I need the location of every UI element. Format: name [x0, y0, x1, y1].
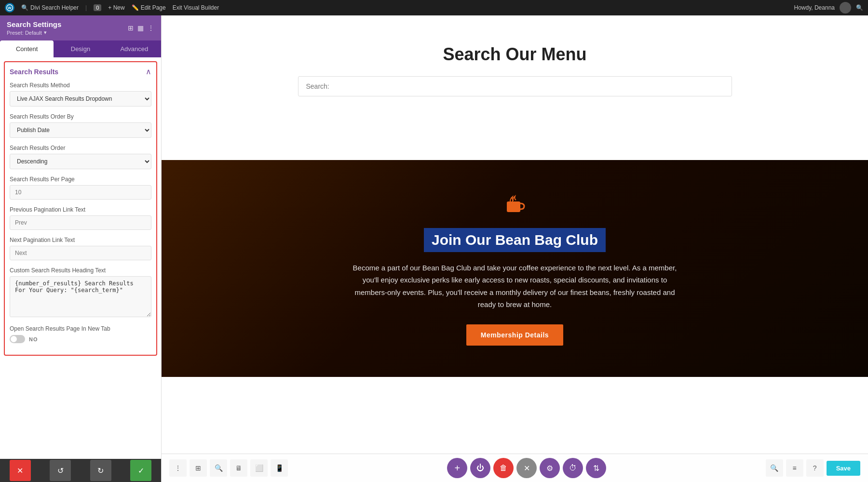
add-module-button[interactable]: + [447, 458, 467, 478]
sidebar-bottom: ✕ ↺ ↻ ✓ [0, 459, 161, 482]
search-results-section: Search Results ∧ Search Results Method L… [4, 61, 157, 356]
comment-link[interactable]: 0 [94, 4, 101, 11]
prev-link-label: Previous Pagination Link Text [10, 206, 151, 213]
next-link-field: Next Pagination Link Text [10, 237, 151, 260]
toolbar-grid-icon[interactable]: ⊞ [190, 459, 207, 477]
delete-button[interactable]: 🗑 [493, 458, 514, 478]
undo-button[interactable]: ↺ [50, 460, 71, 481]
heading-textarea[interactable]: {number_of_results} Search Results For Y… [10, 276, 151, 317]
admin-bar: W 🔍 Divi Search Helper | 0 + New ✏️ Edit… [0, 0, 868, 15]
layout-button[interactable]: ⇅ [586, 458, 606, 478]
admin-search-icon[interactable]: 🔍 [856, 4, 863, 11]
sidebar-header: Search Settings Preset: Default ▾ ⊞ ▦ ⋮ [0, 15, 161, 40]
tab-content[interactable]: Content [0, 40, 54, 57]
tab-design[interactable]: Design [54, 40, 107, 57]
toolbar-left: ⋮ ⊞ 🔍 🖥 ⬜ 📱 [169, 459, 288, 477]
cancel-button[interactable]: ✕ [10, 460, 31, 481]
new-link[interactable]: + New [108, 4, 124, 11]
toolbar-center: + ⏻ 🗑 ✕ ⚙ ⏱ ⇅ [447, 458, 606, 478]
prev-link-field: Previous Pagination Link Text [10, 206, 151, 230]
method-select[interactable]: Live AJAX Search Results Dropdown Standa… [10, 91, 151, 107]
search-box-container [298, 76, 732, 96]
toggle-label: NO [29, 336, 38, 342]
history-button[interactable]: ⏱ [563, 458, 583, 478]
order-by-select[interactable]: Publish Date Relevance Title Modified Da… [10, 122, 151, 138]
wp-logo: W [5, 3, 14, 13]
section-title: Search Results [10, 68, 58, 76]
toolbar-search-icon[interactable]: 🔍 [210, 459, 227, 477]
membership-button[interactable]: Membership Details [466, 324, 563, 346]
fullscreen-icon[interactable]: ⊞ [128, 24, 134, 32]
svg-rect-2 [507, 201, 520, 212]
section-header: Search Results ∧ [10, 67, 151, 76]
next-link-label: Next Pagination Link Text [10, 237, 151, 243]
power-button[interactable]: ⏻ [470, 458, 490, 478]
search-hero-section: Search Our Menu [162, 15, 868, 160]
collapse-icon[interactable]: ∧ [146, 67, 151, 76]
per-page-label: Search Results Per Page [10, 176, 151, 183]
redo-button[interactable]: ↻ [90, 460, 111, 481]
comment-count: 0 [94, 4, 101, 11]
per-page-input[interactable] [10, 185, 151, 200]
coffee-content: Join Our Bean Bag Club Become a part of … [346, 192, 684, 346]
toggle-row: NO [10, 335, 151, 343]
divi-search-helper-link[interactable]: 🔍 Divi Search Helper [21, 4, 79, 11]
edit-page-link[interactable]: ✏️ Edit Page [132, 4, 166, 11]
toolbar-desktop-icon[interactable]: 🖥 [230, 459, 247, 477]
sidebar-content: Search Results ∧ Search Results Method L… [0, 57, 161, 459]
search-right-icon[interactable]: 🔍 [766, 459, 783, 477]
dsh-icon: 🔍 [21, 4, 28, 11]
admin-bar-right: Howdy, Deanna 🔍 [794, 2, 864, 13]
per-page-field: Search Results Per Page [10, 176, 151, 200]
prev-link-input[interactable] [10, 215, 151, 230]
sidebar: Search Settings Preset: Default ▾ ⊞ ▦ ⋮ … [0, 15, 162, 482]
sidebar-tabs: Content Design Advanced [0, 40, 161, 57]
method-label: Search Results Method [10, 82, 151, 89]
order-label: Search Results Order [10, 145, 151, 151]
coffee-icon [346, 192, 684, 220]
user-greeting: Howdy, Deanna [794, 4, 835, 11]
main-content: Search Our Menu [162, 15, 868, 482]
order-field: Search Results Order Descending Ascendin… [10, 145, 151, 169]
layout-icon[interactable]: ▦ [137, 24, 144, 32]
heading-text-label: Custom Search Results Heading Text [10, 267, 151, 274]
order-select[interactable]: Descending Ascending [10, 154, 151, 169]
tab-advanced[interactable]: Advanced [108, 40, 161, 57]
heading-text-field: Custom Search Results Heading Text {numb… [10, 267, 151, 319]
toolbar-tablet-icon[interactable]: ⬜ [250, 459, 268, 477]
main-layout: Search Settings Preset: Default ▾ ⊞ ▦ ⋮ … [0, 15, 868, 482]
coffee-description: Become a part of our Bean Bag Club and t… [346, 262, 684, 311]
sidebar-title: Search Settings [7, 20, 61, 28]
toolbar-right: 🔍 ≡ ? Save [766, 459, 860, 477]
toolbar-mobile-icon[interactable]: 📱 [271, 459, 288, 477]
search-title: Search Our Menu [171, 44, 858, 65]
exit-builder-link[interactable]: Exit Visual Builder [173, 4, 219, 11]
more-icon[interactable]: ⋮ [148, 24, 154, 32]
settings-button[interactable]: ⚙ [540, 458, 560, 478]
layers-icon[interactable]: ≡ [786, 459, 803, 477]
save-check-button[interactable]: ✓ [130, 460, 151, 481]
order-by-label: Search Results Order By [10, 113, 151, 120]
search-input[interactable] [298, 76, 732, 96]
svg-text:W: W [8, 6, 12, 10]
save-button[interactable]: Save [827, 461, 860, 476]
open-new-tab-field: Open Search Results Page In New Tab NO [10, 325, 151, 343]
toolbar-menu-icon[interactable]: ⋮ [169, 459, 187, 477]
method-field: Search Results Method Live AJAX Search R… [10, 82, 151, 107]
page-canvas: Search Our Menu [162, 15, 868, 454]
next-link-input[interactable] [10, 246, 151, 260]
order-by-field: Search Results Order By Publish Date Rel… [10, 113, 151, 138]
coffee-title: Join Our Bean Bag Club [424, 228, 606, 252]
new-tab-toggle[interactable] [10, 335, 25, 343]
header-icons: ⊞ ▦ ⋮ [128, 24, 154, 32]
close-button[interactable]: ✕ [516, 458, 537, 478]
coffee-section: Join Our Bean Bag Club Become a part of … [162, 160, 868, 377]
open-new-tab-label: Open Search Results Page In New Tab [10, 325, 151, 332]
preset-label: Preset: Default ▾ [7, 29, 61, 36]
admin-avatar [840, 2, 851, 13]
builder-toolbar: ⋮ ⊞ 🔍 🖥 ⬜ 📱 + ⏻ 🗑 ✕ ⚙ ⏱ ⇅ 🔍 ≡ ? Save [162, 454, 868, 482]
help-icon[interactable]: ? [806, 459, 824, 477]
